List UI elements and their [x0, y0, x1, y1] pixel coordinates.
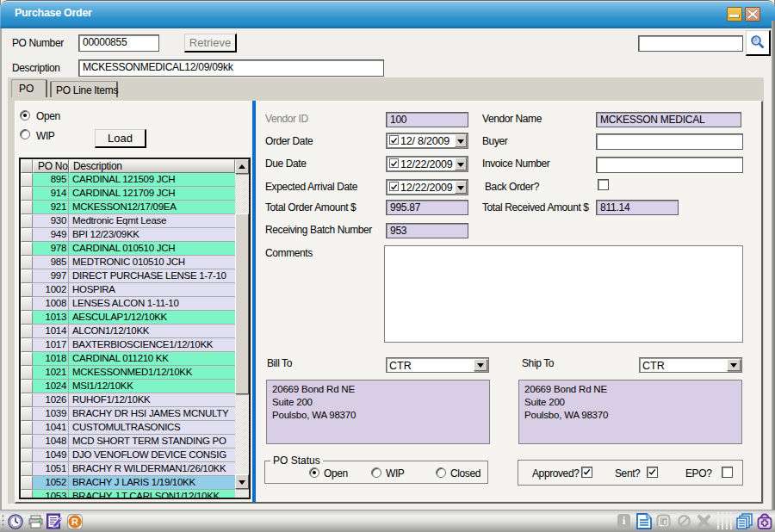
svg-text:R: R — [71, 517, 78, 527]
